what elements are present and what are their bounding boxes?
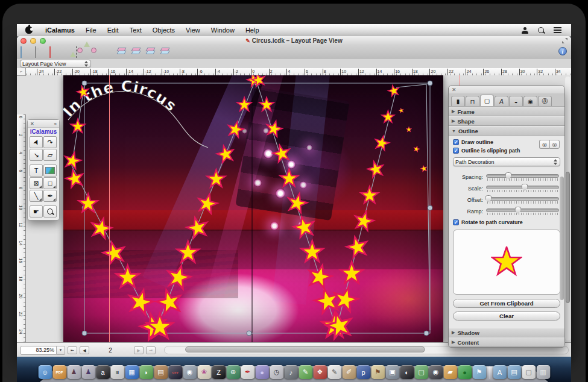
arrange-back-icon[interactable]: [160, 47, 170, 57]
section-content[interactable]: ▶Content: [449, 337, 564, 347]
slider[interactable]: [486, 172, 560, 182]
dock-icon-stopwatch-app[interactable]: ◷: [270, 365, 283, 379]
menu-file[interactable]: File: [80, 24, 102, 36]
dock-icon-ledger-app[interactable]: ▤: [154, 365, 168, 379]
circus-photo-spread[interactable]: In the Circus: [63, 75, 443, 342]
dock-icon-pdf-app[interactable]: PDF: [52, 365, 66, 379]
dock-icon-gnome-app-1[interactable]: ♟: [67, 365, 81, 379]
ruler-origin-box[interactable]: ⌐: [17, 68, 26, 76]
tab-shape-icon[interactable]: ▢: [480, 95, 494, 106]
frame-tool[interactable]: ⊠: [30, 177, 43, 189]
dock-icon-lens-app[interactable]: Z: [212, 365, 226, 379]
selection-handles[interactable]: [82, 81, 432, 336]
rotate-checkbox-row[interactable]: ✓ Rotate to path curvature: [453, 219, 560, 226]
tab-image-icon[interactable]: ◉: [523, 96, 537, 106]
decoration-path-line[interactable]: [72, 79, 430, 330]
arrange-backward-icon[interactable]: [146, 47, 156, 57]
menu-view[interactable]: View: [180, 24, 206, 36]
inspector-title-bar[interactable]: ✕: [449, 86, 564, 93]
dock-icon-speaker-app[interactable]: ◉: [429, 365, 443, 379]
dock-icon-publisher-app[interactable]: p: [356, 365, 370, 379]
first-page-button[interactable]: ⇤: [68, 346, 77, 354]
page-preview-icon[interactable]: [35, 47, 45, 57]
zoom-dropdown-icon[interactable]: ▼: [57, 346, 65, 355]
dock-icon-applications-folder[interactable]: A: [493, 365, 507, 379]
checkbox-checked[interactable]: ✓: [453, 219, 459, 225]
dock-icon-camera-app[interactable]: ◉: [183, 365, 197, 379]
dock-icon-paint-app[interactable]: ❀: [197, 365, 211, 379]
tab-document-icon[interactable]: ▮: [451, 96, 465, 106]
slider[interactable]: [486, 207, 560, 216]
dock-icon-sphere-app[interactable]: ●: [255, 365, 269, 379]
title-bar[interactable]: ✎Circus.icdk – Layout Page View: [17, 36, 571, 46]
tab-text-icon[interactable]: A: [495, 96, 508, 106]
dock-icon-notes-app[interactable]: ✎: [299, 365, 312, 379]
menu-objects[interactable]: Objects: [147, 24, 180, 36]
current-page[interactable]: 2: [89, 347, 131, 354]
dock-icon-a-circle-app[interactable]: a: [96, 365, 110, 379]
slider[interactable]: [486, 184, 560, 193]
dock-icon-folder-orange[interactable]: ▰: [443, 365, 457, 379]
pen-tool[interactable]: ✒: [43, 190, 57, 202]
dock-icon-trash[interactable]: ▥: [536, 365, 550, 379]
outline-target-button-2[interactable]: ◎: [549, 140, 560, 149]
section-shape[interactable]: ▶Shape: [449, 116, 564, 126]
dock-icon-map-app[interactable]: ⚑: [371, 365, 385, 379]
menu-window[interactable]: Window: [206, 24, 240, 36]
dock-icon-easel-app[interactable]: ✐: [342, 365, 356, 379]
previous-page-button[interactable]: ◀: [80, 346, 89, 354]
dock-icon-microphone-app[interactable]: ♪: [284, 365, 298, 379]
pan-tool[interactable]: ☛: [30, 205, 43, 218]
dock-icon-gnome-app-2[interactable]: ♟: [81, 365, 95, 379]
dock-icon-csv-app[interactable]: csv: [168, 365, 182, 379]
dock-icon-display-app[interactable]: ▢: [414, 365, 428, 379]
zoom-level[interactable]: 83.25%: [21, 346, 57, 355]
section-frame[interactable]: ▶Frame: [449, 107, 564, 116]
spotlight-search-icon[interactable]: [538, 27, 544, 33]
zoom-tool[interactable]: [43, 205, 57, 218]
group-icon[interactable]: [76, 47, 86, 57]
path-decoration-dropdown[interactable]: Path Decoration: [453, 157, 560, 166]
rotate-tool[interactable]: ↷: [43, 136, 57, 148]
arrange-front-icon[interactable]: [117, 47, 127, 57]
menu-edit[interactable]: Edit: [102, 24, 124, 36]
shear-tool[interactable]: ▱: [43, 149, 57, 161]
tab-frame-icon[interactable]: ⊓: [466, 96, 479, 106]
text-tool[interactable]: T: [30, 164, 43, 177]
fullscreen-icon[interactable]: [562, 38, 567, 43]
tab-font-icon[interactable]: ⓐ: [538, 96, 552, 106]
image-tool[interactable]: [43, 164, 57, 177]
palette-close-icon[interactable]: ✕: [30, 121, 34, 127]
dock-icon-notepad-app[interactable]: ✎: [327, 365, 341, 379]
dock-icon-quill-app[interactable]: ✒: [241, 365, 254, 379]
curved-title-text[interactable]: In the Circus: [63, 77, 180, 121]
slider[interactable]: [486, 195, 560, 205]
dock-icon-green-orb-app[interactable]: ●: [458, 365, 472, 379]
info-button[interactable]: i: [558, 47, 567, 55]
notification-center-icon[interactable]: [554, 27, 561, 33]
scale-tool[interactable]: ↘: [30, 149, 43, 161]
dock-icon-photos-app[interactable]: ◐: [400, 365, 414, 379]
next-page-button[interactable]: ▶: [134, 346, 144, 354]
dock-icon-barcode-app[interactable]: |||: [110, 365, 124, 379]
scrollbar-thumb[interactable]: [566, 172, 570, 303]
select-tool[interactable]: ➤: [30, 136, 43, 148]
menu-help[interactable]: Help: [240, 24, 265, 36]
page-outline-icon[interactable]: [49, 47, 59, 57]
menu-text[interactable]: Text: [124, 24, 147, 36]
dock-icon-documents-folder[interactable]: ▤: [507, 365, 521, 379]
get-from-clipboard-button[interactable]: Get From Clipboard: [453, 299, 560, 308]
dock-icon-un-flag-app[interactable]: ⚑: [472, 365, 486, 379]
master-pages-icon[interactable]: [21, 47, 30, 57]
dock-icon-projector-app[interactable]: ▣: [385, 365, 399, 379]
dock-icon-document-stack[interactable]: ▢: [522, 365, 536, 379]
dock-icon-tape-app[interactable]: ◗: [139, 365, 153, 379]
section-shadow[interactable]: ▶Shadow: [449, 328, 564, 337]
dock-icon-qr-app[interactable]: ▦: [125, 365, 139, 379]
line-tool[interactable]: ╲: [30, 190, 43, 202]
outline-target-button-1[interactable]: ◎: [539, 140, 549, 149]
menu-icalamus[interactable]: iCalamus: [40, 24, 80, 36]
checkbox-checked[interactable]: ✓: [453, 139, 459, 145]
user-icon[interactable]: [522, 27, 528, 34]
section-outline[interactable]: ▼Outline: [449, 126, 564, 136]
